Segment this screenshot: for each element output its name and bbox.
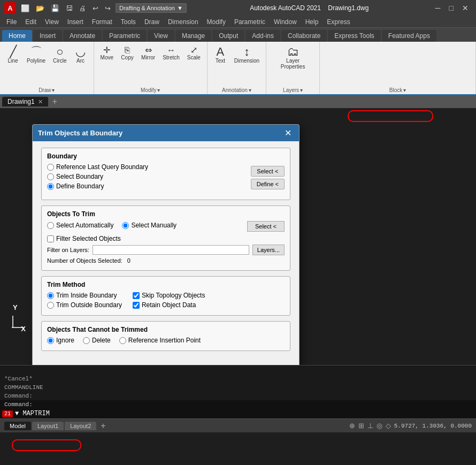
retain-object-data-row: Retain Object Data xyxy=(133,301,205,309)
menu-tools[interactable]: Tools xyxy=(117,17,140,27)
select-auto-radio[interactable] xyxy=(47,222,54,229)
canvas-area[interactable]: Y X Trim Objects at Boundary ✕ Boundary xyxy=(0,108,476,365)
dialog-close-button[interactable]: ✕ xyxy=(282,128,294,138)
draw-group-label[interactable]: Draw ▾ xyxy=(39,87,55,93)
close-button[interactable]: ✕ xyxy=(459,3,472,13)
new-tab-button[interactable]: + xyxy=(49,96,60,108)
circle-button[interactable]: ○ Circle xyxy=(50,44,70,66)
delete-label[interactable]: Delete xyxy=(92,337,111,344)
menu-express[interactable]: Express xyxy=(323,17,354,27)
menu-format[interactable]: Format xyxy=(88,17,117,27)
copy-button[interactable]: ⎘ Copy xyxy=(118,44,137,63)
new-layout-button[interactable]: + xyxy=(97,421,109,431)
tab-featuredapps[interactable]: Featured Apps xyxy=(382,30,436,42)
annotation-group-label[interactable]: Annotation ▾ xyxy=(222,87,251,93)
menu-help[interactable]: Help xyxy=(301,17,323,27)
menu-edit[interactable]: Edit xyxy=(21,17,41,27)
tab-parametric[interactable]: Parametric xyxy=(103,30,147,42)
line-button[interactable]: ╱ Line xyxy=(3,44,22,66)
reference-radio[interactable] xyxy=(119,337,126,344)
reference-label[interactable]: Reference Insertion Point xyxy=(128,337,201,344)
ignore-label[interactable]: Ignore xyxy=(56,337,74,344)
select-boundary-label[interactable]: Select Boundary xyxy=(56,173,103,180)
define-boundary-label[interactable]: Define Boundary xyxy=(56,182,104,190)
print-button[interactable]: 🖨 xyxy=(78,3,88,13)
grid-icon[interactable]: ⊞ xyxy=(358,422,364,430)
retain-object-data-label[interactable]: Retain Object Data xyxy=(142,301,196,309)
menubar: File Edit View Insert Format Tools Draw … xyxy=(0,16,476,28)
delete-radio[interactable] xyxy=(83,337,90,344)
select-boundary-btn[interactable]: Select < xyxy=(251,166,285,177)
redo-button[interactable]: ↪ xyxy=(103,3,112,13)
menu-modify[interactable]: Modify xyxy=(203,17,230,27)
trim-inside-label[interactable]: Trim Inside Boundary xyxy=(56,292,117,299)
dialog-title: Trim Objects at Boundary xyxy=(38,129,122,137)
maximize-button[interactable]: □ xyxy=(446,3,457,13)
filter-selected-checkbox[interactable] xyxy=(47,235,54,242)
tab-collaborate[interactable]: Collaborate xyxy=(281,30,327,42)
osnap-icon[interactable]: ◇ xyxy=(386,422,391,430)
polyline-button[interactable]: ⌒ Polyline xyxy=(24,44,49,66)
doc-tab-close-button[interactable]: ✕ xyxy=(38,98,43,105)
select-objects-btn[interactable]: Select < xyxy=(247,221,285,232)
menu-parametric[interactable]: Parametric xyxy=(230,17,270,27)
skip-topology-checkbox[interactable] xyxy=(133,292,140,299)
menu-view[interactable]: View xyxy=(41,17,63,27)
define-boundary-radio[interactable] xyxy=(47,183,54,190)
layout2-tab[interactable]: Layout2 xyxy=(65,422,96,430)
move-button[interactable]: ✛ Move xyxy=(97,44,117,63)
workspace-dropdown[interactable]: Drafting & Annotation ▼ xyxy=(116,3,187,13)
minimize-button[interactable]: ─ xyxy=(432,3,444,13)
tab-addins[interactable]: Add-ins xyxy=(245,30,280,42)
retain-object-data-checkbox[interactable] xyxy=(133,302,140,309)
trim-outside-label[interactable]: Trim Outside Boundary xyxy=(56,301,122,309)
polar-icon[interactable]: ◎ xyxy=(377,422,382,430)
select-manually-label[interactable]: Select Manually xyxy=(131,222,176,229)
menu-draw[interactable]: Draw xyxy=(140,17,164,27)
scale-button[interactable]: ⤢ Scale xyxy=(184,44,204,63)
define-boundary-btn[interactable]: Define < xyxy=(251,179,285,189)
saveas-button[interactable]: 🖫 xyxy=(64,3,74,13)
mirror-button[interactable]: ⇔ Mirror xyxy=(138,44,158,63)
tab-view[interactable]: View xyxy=(148,30,174,42)
model-tab[interactable]: Model xyxy=(4,422,31,430)
filter-on-layers-input[interactable] xyxy=(93,245,249,255)
open-button[interactable]: 📂 xyxy=(34,3,46,13)
doc-tab-drawing1[interactable]: Drawing1 ✕ xyxy=(2,97,48,106)
trim-inside-radio[interactable] xyxy=(47,292,54,299)
select-manually-radio[interactable] xyxy=(122,222,129,229)
tab-output[interactable]: Output xyxy=(212,30,244,42)
text-button[interactable]: A Text xyxy=(211,44,230,66)
filter-selected-label[interactable]: Filter Selected Objects xyxy=(56,235,121,242)
tab-insert[interactable]: Insert xyxy=(33,30,62,42)
menu-window[interactable]: Window xyxy=(270,17,301,27)
layer-properties-button[interactable]: 🗂 Layer Properties xyxy=(278,44,309,72)
save-button[interactable]: 💾 xyxy=(49,3,61,13)
layers-group-label[interactable]: Layers ▾ xyxy=(283,87,303,93)
tab-annotate[interactable]: Annotate xyxy=(63,30,102,42)
layout1-tab[interactable]: Layout1 xyxy=(32,422,64,430)
ortho-icon[interactable]: ⊥ xyxy=(367,422,373,430)
reference-last-radio[interactable] xyxy=(47,164,54,171)
reference-last-label[interactable]: Reference Last Query Boundary xyxy=(56,163,148,171)
undo-button[interactable]: ↩ xyxy=(91,3,100,13)
menu-insert[interactable]: Insert xyxy=(63,17,88,27)
menu-dimension[interactable]: Dimension xyxy=(164,17,203,27)
select-boundary-radio[interactable] xyxy=(47,173,54,180)
trim-outside-radio[interactable] xyxy=(47,302,54,309)
snap-icon[interactable]: ⊕ xyxy=(349,422,355,430)
tab-manage[interactable]: Manage xyxy=(175,30,211,42)
layers-button[interactable]: Layers... xyxy=(252,245,285,255)
tab-home[interactable]: Home xyxy=(2,30,32,42)
stretch-button[interactable]: ↔ Stretch xyxy=(159,44,183,63)
menu-file[interactable]: File xyxy=(2,17,21,27)
tab-expresstools[interactable]: Express Tools xyxy=(328,30,380,42)
new-button[interactable]: ⬜ xyxy=(19,3,31,13)
select-auto-label[interactable]: Select Automatically xyxy=(56,222,113,229)
arc-button[interactable]: ◡ Arc xyxy=(71,44,90,66)
block-group-label[interactable]: Block ▾ xyxy=(389,87,406,93)
skip-topology-label[interactable]: Skip Topology Objects xyxy=(142,292,205,299)
ignore-radio[interactable] xyxy=(47,337,54,344)
modify-group-label[interactable]: Modify ▾ xyxy=(141,87,160,93)
dimension-button[interactable]: ↕ Dimension xyxy=(231,44,263,66)
